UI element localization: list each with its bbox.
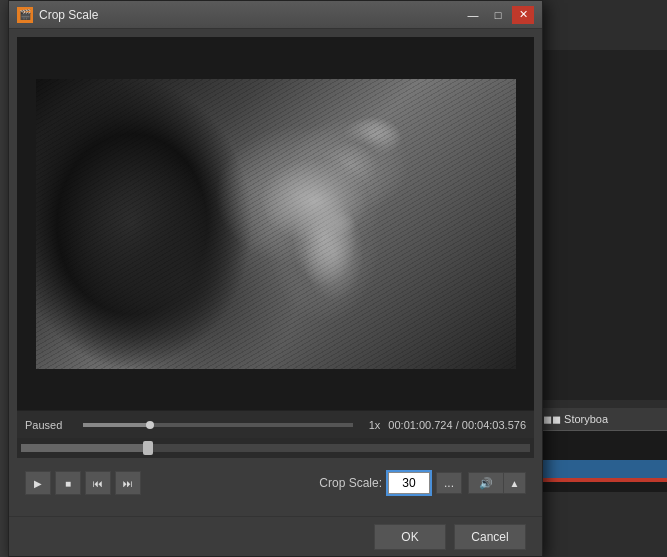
background-timeline-header: 3.6 00:03:25.3 (537, 430, 667, 460)
crop-scale-dialog: 🎬 Crop Scale — □ ✕ Paused 1x 00:01:00.72… (8, 0, 543, 557)
window-controls[interactable]: — □ ✕ (462, 6, 534, 24)
title-bar-left: 🎬 Crop Scale (17, 7, 98, 23)
progress-fill (83, 423, 150, 427)
dialog-actions: OK Cancel (9, 516, 542, 556)
seekbar[interactable] (21, 444, 530, 452)
ok-button[interactable]: OK (374, 524, 446, 550)
play-button[interactable]: ▶ (25, 471, 51, 495)
status-bar: Paused 1x 00:01:00.724 / 00:04:03.576 (17, 410, 534, 438)
progress-thumb (146, 421, 154, 429)
next-button[interactable]: ⏭ (115, 471, 141, 495)
crop-scale-more-button[interactable]: ... (436, 472, 462, 494)
video-preview-area (17, 37, 534, 410)
progress-slider-area[interactable] (83, 423, 353, 427)
timecode-display: 00:01:00.724 / 00:04:03.576 (388, 419, 526, 431)
background-preview (537, 50, 667, 400)
bottom-controls: ▶ ■ ⏮ ⏭ Crop Scale: ... 🔊 (17, 458, 534, 508)
cancel-button[interactable]: Cancel (454, 524, 526, 550)
title-bar: 🎬 Crop Scale — □ ✕ (9, 1, 542, 29)
minimize-button[interactable]: — (462, 6, 484, 24)
dialog-title: Crop Scale (39, 8, 98, 22)
volume-button[interactable]: 🔊 (468, 472, 504, 494)
volume-control: 🔊 ▲ (468, 472, 526, 494)
progress-slider[interactable] (83, 423, 353, 427)
storyboard-label: ◼◼ Storyboa (537, 408, 667, 430)
background-timeline-red (537, 478, 667, 482)
close-button[interactable]: ✕ (512, 6, 534, 24)
video-frame (36, 79, 516, 369)
stop-button[interactable]: ■ (55, 471, 81, 495)
speed-indicator: 1x (369, 419, 381, 431)
crop-scale-input[interactable] (388, 472, 430, 494)
maximize-button[interactable]: □ (487, 6, 509, 24)
playback-buttons: ▶ ■ ⏮ ⏭ (25, 471, 141, 495)
background-timeline-blue (537, 460, 667, 478)
crop-scale-section: Crop Scale: ... 🔊 ▲ (319, 472, 526, 494)
playback-status: Paused (25, 419, 75, 431)
seekbar-fill (21, 444, 148, 452)
volume-up-button[interactable]: ▲ (504, 472, 526, 494)
video-canvas (17, 37, 534, 410)
seekbar-area[interactable] (17, 438, 534, 458)
crop-scale-label: Crop Scale: (319, 476, 382, 490)
seekbar-thumb (143, 441, 153, 455)
app-icon: 🎬 (17, 7, 33, 23)
prev-button[interactable]: ⏮ (85, 471, 111, 495)
